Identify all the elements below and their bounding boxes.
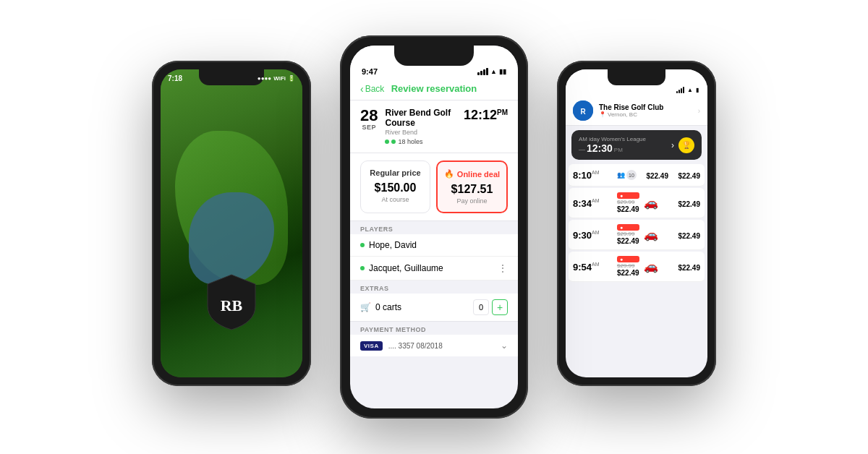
nav-title: Review reservation [391,83,477,94]
course-header-row: 28 SEP River Bend Golf Course River Bend… [360,108,508,145]
center-phone-notch [394,46,474,66]
left-status-icons: ●●●● WiFi 🔋 [258,75,295,82]
pricing-section: Regular price $150.00 At course 🔥 Online… [350,153,518,221]
date-day: 28 [360,108,378,124]
extras-row: 🛒 0 carts 0 + [350,294,518,322]
tee-slot-2[interactable]: 8:34AM ● $29.99 $22.49 🚗 $22.49 [569,188,705,218]
center-status-icons: ▲ ▮▮ [477,68,506,75]
league-time: — 12:30 PM [579,142,646,154]
wifi-icon: ▲ [490,68,497,75]
rb-logo-shield: RB [206,273,257,331]
right-phone-notch [608,69,665,85]
dash-label: — [579,146,585,153]
extras-label: EXTRAS [350,280,518,294]
featured-league-slot[interactable]: AM iday Women's League — 12:30 PM › 🏆 [571,130,702,160]
center-status-time: 9:47 [362,67,378,76]
golf-cart-icon-3: 🚗 [644,228,658,241]
signal-bars-icon [477,68,488,75]
quantity-value: 0 [473,299,489,315]
regular-price-card[interactable]: Regular price $150.00 At course [360,160,430,213]
left-phone: RB 7:18 ●●●● WiFi 🔋 [152,61,311,386]
player-2-label: Jacquet, Guillaume [369,263,443,273]
featured-period: PM [614,147,623,153]
course-avatar: R [573,100,593,121]
price-options: Regular price $150.00 At course 🔥 Online… [360,160,508,213]
slot-1-price-right: $22.49 [673,168,700,181]
payment-details: VISA .... 3357 08/2018 [360,341,443,351]
payment-section[interactable]: VISA .... 3357 08/2018 ⌄ [350,335,518,356]
course-location: River Bend [385,129,463,136]
featured-slot-actions: › 🏆 [671,137,694,153]
online-deal-card[interactable]: 🔥 Online deal $127.51 Pay online [436,160,508,213]
svg-text:R: R [580,108,586,116]
slot-1-price: $22.49 [641,168,668,181]
quantity-controls[interactable]: 0 + [473,299,508,315]
golf-cart-icon-4: 🚗 [644,260,658,273]
player-1-name: Hope, David [360,240,417,250]
holes-label: 18 holes [398,138,422,145]
player-2-dot [360,266,365,270]
slot-3-time: 9:30AM [573,228,613,241]
player-count-badge: 10 [626,170,637,180]
payment-label: PAYMENT METHOD [350,322,518,335]
right-signal-icon [676,87,684,93]
center-phone-screen: 9:47 ▲ ▮▮ ‹ Back Rev [350,46,518,408]
back-chevron-icon: ‹ [360,83,364,95]
course-name: River Bend Golf Course [385,108,463,128]
online-deal-header: 🔥 Online deal [443,169,501,179]
deal-flag: ● [617,192,639,199]
slot-3-price: ● $29.99 $22.49 [617,224,639,245]
right-course-header[interactable]: R The Rise Golf Club 📍 Vernon, BC › [566,96,707,126]
right-phone-screen: ▲ ▮ R The Rise Golf Club 📍 Vernon, BC [566,69,707,377]
center-phone: 9:47 ▲ ▮▮ ‹ Back Rev [340,35,528,419]
right-course-chevron-icon[interactable]: › [698,107,700,115]
back-button[interactable]: ‹ Back [360,83,384,95]
course-info: River Bend Golf Course River Bend 18 hol… [385,108,463,145]
carts-label: 0 carts [375,302,401,312]
payment-card-info: .... 3357 08/2018 [388,342,443,350]
slot-4-time: 9:54AM [573,260,613,273]
right-wifi-icon: ▲ [687,87,693,93]
tee-slot-3[interactable]: 9:30AM ● $29.99 $22.49 🚗 $22.49 [569,220,705,250]
back-label: Back [365,84,385,94]
payment-last4: .... 3357 [388,342,414,350]
golf-aerial-bg: RB [161,69,302,377]
player-row-2[interactable]: Jacquet, Guillaume ⋮ [350,257,518,280]
player-1-label: Hope, David [369,240,417,250]
slot-2-icon: 🚗 [644,196,658,210]
slot-2-price: ● $29.99 $22.49 [617,192,639,213]
tee-time: 12:12 [464,108,497,122]
reservation-header: 28 SEP River Bend Golf Course River Bend… [350,100,518,153]
date-block: 28 SEP [360,108,378,131]
golf-cart-icon: 🚗 [644,196,658,210]
location-pin-icon: 📍 [599,111,606,118]
league-label: AM iday Women's League [579,136,646,142]
regular-price-label: Regular price [367,168,424,177]
fire-icon: 🔥 [444,169,454,179]
visa-badge: VISA [360,341,383,351]
slot-arrow-icon[interactable]: › [671,140,674,150]
more-options-icon[interactable]: ⋮ [498,262,508,274]
left-status-time: 7:18 [168,74,182,82]
online-deal-sub: Pay online [443,197,501,205]
tee-slot-4[interactable]: 9:54AM ● $29.99 $22.49 🚗 $22.49 [569,252,705,282]
slot-1-players: 👥 10 [617,170,637,180]
online-deal-amount: $127.51 [443,183,501,196]
holes-row: 18 holes [385,138,463,145]
payment-chevron-icon[interactable]: ⌄ [501,340,508,351]
signal-icon [676,87,684,93]
payment-expiry: 08/2018 [417,342,443,350]
slot-4-price: ● $29.99 $22.49 [617,256,639,277]
date-month: SEP [362,124,376,131]
league-info: AM iday Women's League — 12:30 PM [579,136,646,154]
slot-4-icon: 🚗 [644,260,658,273]
quantity-plus-button[interactable]: + [492,299,508,315]
slot-3-icon: 🚗 [644,228,658,241]
player-2-name: Jacquet, Guillaume [360,263,443,273]
slot-2-price-right: $22.49 [663,197,700,210]
battery-icon: ▮▮ [499,68,506,75]
svg-text:RB: RB [221,296,243,314]
tee-time-period: PM [497,108,508,116]
green-dot-icon [385,140,389,144]
tee-slot-1[interactable]: 8:10AM 👥 10 $22.49 $22.49 [569,164,705,187]
